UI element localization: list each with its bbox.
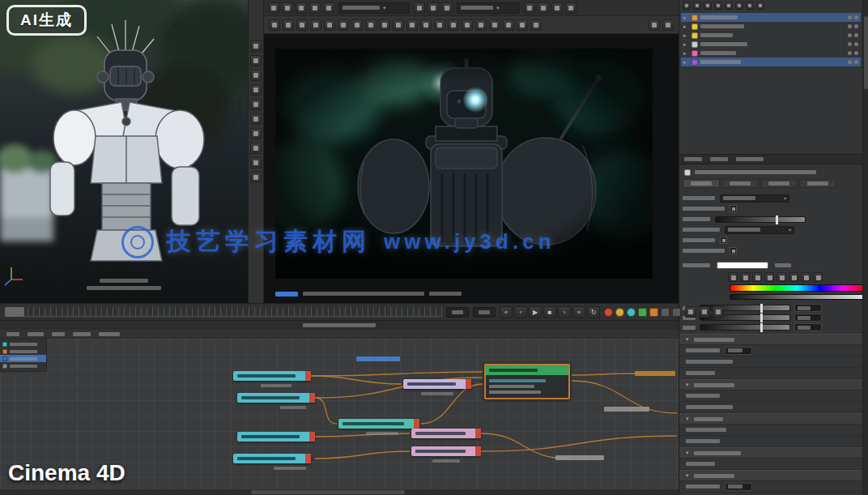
toolbar-icon[interactable] [323, 2, 334, 14]
toolbar-icon[interactable] [725, 2, 733, 10]
toolbar-icon[interactable] [250, 84, 262, 96]
row-value[interactable] [725, 483, 752, 491]
toolbar-icon[interactable] [813, 272, 823, 282]
expand-arrow-icon[interactable]: ▸ [683, 13, 689, 22]
render-dot[interactable] [854, 24, 858, 28]
autokey-button[interactable] [627, 308, 636, 317]
toolbar-icon[interactable] [699, 306, 710, 318]
material-node[interactable] [233, 371, 311, 381]
toolbar-icon[interactable] [489, 19, 500, 31]
toolbar-icon[interactable] [250, 143, 262, 154]
section-header[interactable]: ▾ [679, 379, 863, 390]
record-button[interactable] [604, 308, 613, 317]
toolbar-icon[interactable] [324, 19, 335, 31]
material-node[interactable] [237, 432, 315, 442]
toolbar-icon[interactable] [740, 272, 750, 282]
scrollbar-thumb[interactable] [864, 16, 868, 89]
expand-arrow-icon[interactable]: ▸ [683, 40, 689, 49]
toolbar-icon[interactable] [704, 2, 712, 10]
render-dot[interactable] [854, 60, 858, 64]
toolbar-icon[interactable] [503, 19, 514, 31]
object-row[interactable]: ▸ [681, 13, 861, 22]
render-image-viewport[interactable] [275, 49, 653, 279]
toolbar-icon[interactable] [735, 2, 743, 10]
toolbar-icon[interactable] [250, 41, 262, 52]
toolbar-icon[interactable] [538, 2, 549, 14]
channel-value[interactable] [794, 314, 822, 322]
toolbar-icon[interactable] [683, 2, 691, 10]
toolbar-icon[interactable] [428, 2, 439, 14]
render-dot[interactable] [854, 33, 858, 37]
toolbar-icon[interactable] [752, 272, 762, 282]
object-row[interactable]: ▸ [681, 49, 861, 58]
rotation-key-button[interactable] [649, 308, 658, 317]
toolbar-icon[interactable] [309, 2, 321, 14]
toolbar-icon[interactable] [789, 272, 798, 282]
toolbar-icon[interactable] [250, 157, 262, 169]
expand-arrow-icon[interactable]: ▸ [683, 22, 689, 31]
toolbar-icon[interactable] [475, 19, 487, 31]
loop-button[interactable]: ↻ [587, 306, 600, 318]
toolbar-icon[interactable] [282, 2, 293, 14]
display-dropdown[interactable]: ▾ [457, 2, 520, 14]
go-to-start-button[interactable]: « [500, 306, 513, 318]
option-button[interactable] [672, 308, 681, 317]
toolbar-icon[interactable] [551, 2, 563, 14]
toolbar-icon[interactable] [801, 272, 811, 282]
collapse-arrow-icon[interactable]: ▾ [686, 416, 689, 422]
previous-frame-button[interactable]: ‹ [514, 306, 527, 318]
tab-details[interactable] [760, 179, 798, 188]
toolbar-icon[interactable] [406, 19, 418, 31]
toolbar-icon[interactable] [713, 306, 724, 318]
scrollbar-thumb[interactable] [251, 490, 405, 494]
tab-assign[interactable] [799, 179, 836, 188]
object-color-chip[interactable] [691, 32, 698, 39]
object-row[interactable]: ▸ [681, 58, 861, 66]
toolbar-icon[interactable] [448, 19, 459, 31]
timeline-handle[interactable] [5, 307, 24, 317]
object-row[interactable]: ▸ [681, 31, 861, 40]
go-to-end-button[interactable]: » [572, 306, 585, 318]
play-button[interactable]: ▶ [529, 306, 542, 318]
render-dot[interactable] [854, 42, 858, 46]
toolbar-icon[interactable] [420, 19, 432, 31]
checkbox[interactable] [730, 247, 737, 254]
toolbar-icon[interactable] [685, 306, 696, 318]
visibility-dot[interactable] [848, 24, 852, 28]
shader-list-item[interactable] [0, 362, 46, 369]
toolbar-icon[interactable] [746, 2, 754, 10]
visibility-dot[interactable] [848, 51, 852, 55]
expand-arrow-icon[interactable]: ▸ [683, 49, 689, 58]
object-color-chip[interactable] [691, 15, 698, 21]
section-header[interactable]: ▾ [679, 334, 863, 345]
toolbar-icon[interactable] [283, 19, 294, 31]
node-output-port[interactable] [475, 429, 481, 438]
object-row[interactable]: ▸ [681, 22, 861, 31]
end-frame-field[interactable] [473, 307, 496, 318]
toolbar-icon[interactable] [310, 19, 321, 31]
toolbar-icon[interactable] [338, 19, 349, 31]
visibility-dot[interactable] [848, 33, 852, 37]
toolbar-icon[interactable] [714, 2, 722, 10]
material-node[interactable] [411, 429, 481, 438]
material-node[interactable] [403, 379, 471, 389]
toolbar-icon[interactable] [649, 19, 660, 31]
node-output-port[interactable] [309, 432, 315, 442]
material-node[interactable] [237, 393, 315, 403]
toolbar-icon[interactable] [365, 19, 377, 31]
shader-list-item[interactable] [0, 355, 46, 362]
toolbar-icon[interactable] [728, 272, 738, 282]
shader-list-item[interactable] [0, 340, 46, 348]
value-gradient-strip[interactable] [730, 294, 866, 300]
object-color-chip[interactable] [691, 41, 698, 48]
toolbar-icon[interactable] [693, 2, 701, 10]
camera-dropdown[interactable]: ▾ [338, 2, 410, 14]
stop-button[interactable]: ■ [543, 306, 556, 318]
object-color-chip[interactable] [691, 23, 698, 30]
toolbar-icon[interactable] [662, 19, 674, 31]
tab-color[interactable] [721, 179, 759, 188]
object-color-chip[interactable] [691, 50, 698, 57]
toolbar-icon[interactable] [250, 70, 262, 81]
toolbar-icon[interactable] [296, 19, 308, 31]
checkbox[interactable] [730, 205, 737, 212]
